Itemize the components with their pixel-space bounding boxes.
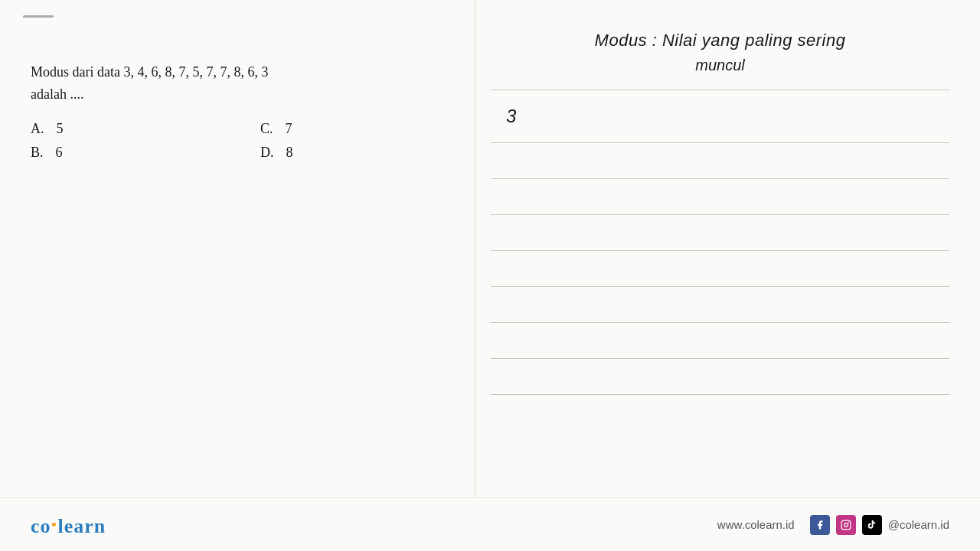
- question-line2: adalah ....: [31, 86, 83, 102]
- ruled-line-4: [491, 286, 949, 287]
- logo-part2: learn: [58, 515, 106, 537]
- answer-value: 3: [491, 99, 949, 133]
- option-d: D. 8: [260, 145, 444, 161]
- option-a-value: 5: [57, 121, 64, 137]
- modus-definition-subtitle: muncul: [491, 57, 949, 74]
- answer-divider: [491, 142, 949, 143]
- svg-point-2: [848, 521, 849, 523]
- logo-dot: ·: [51, 510, 58, 538]
- option-c-label: C.: [260, 121, 273, 137]
- footer-right: www.colearn.id @colearn.id: [717, 515, 949, 535]
- svg-point-1: [844, 523, 848, 527]
- modus-definition-title: Modus : Nilai yang paling sering: [491, 31, 949, 51]
- question-line1: Modus dari data 3, 4, 6, 8, 7, 5, 7, 7, …: [31, 64, 268, 80]
- svg-rect-0: [841, 520, 851, 530]
- option-c-value: 7: [286, 121, 292, 137]
- options-grid: A. 5 C. 7 B. 6 D. 8: [31, 121, 444, 161]
- title-divider: [491, 90, 949, 90]
- ruled-line-6: [491, 358, 949, 359]
- ruled-lines: [491, 178, 949, 395]
- logo: co·learn: [31, 512, 106, 538]
- instagram-icon: [836, 515, 856, 535]
- main-container: Modus dari data 3, 4, 6, 8, 7, 5, 7, 7, …: [0, 0, 980, 551]
- option-b-label: B.: [31, 145, 44, 161]
- right-panel: Modus : Nilai yang paling sering muncul …: [475, 0, 980, 551]
- ruled-line-5: [491, 322, 949, 323]
- question-text: Modus dari data 3, 4, 6, 8, 7, 5, 7, 7, …: [31, 61, 444, 106]
- facebook-icon: [810, 515, 830, 535]
- footer: co·learn www.colearn.id @c: [0, 497, 980, 551]
- right-content: Modus : Nilai yang paling sering muncul …: [491, 31, 949, 459]
- social-handle: @colearn.id: [888, 518, 949, 531]
- option-d-label: D.: [260, 145, 274, 161]
- option-d-value: 8: [286, 145, 293, 161]
- left-panel: Modus dari data 3, 4, 6, 8, 7, 5, 7, 7, …: [0, 0, 475, 551]
- option-b: B. 6: [31, 145, 214, 161]
- ruled-line-2: [491, 214, 949, 215]
- social-icons: @colearn.id: [810, 515, 949, 535]
- ruled-line-1: [491, 178, 949, 179]
- ruled-line-3: [491, 250, 949, 251]
- tiktok-icon: [862, 515, 882, 535]
- option-b-value: 6: [56, 145, 63, 161]
- top-bar-decoration: [23, 15, 54, 18]
- option-c: C. 7: [260, 121, 444, 137]
- logo-part1: co: [31, 515, 51, 537]
- website-url: www.colearn.id: [717, 518, 795, 531]
- option-a-label: A.: [31, 121, 44, 137]
- option-a: A. 5: [31, 121, 214, 137]
- ruled-line-7: [491, 394, 949, 395]
